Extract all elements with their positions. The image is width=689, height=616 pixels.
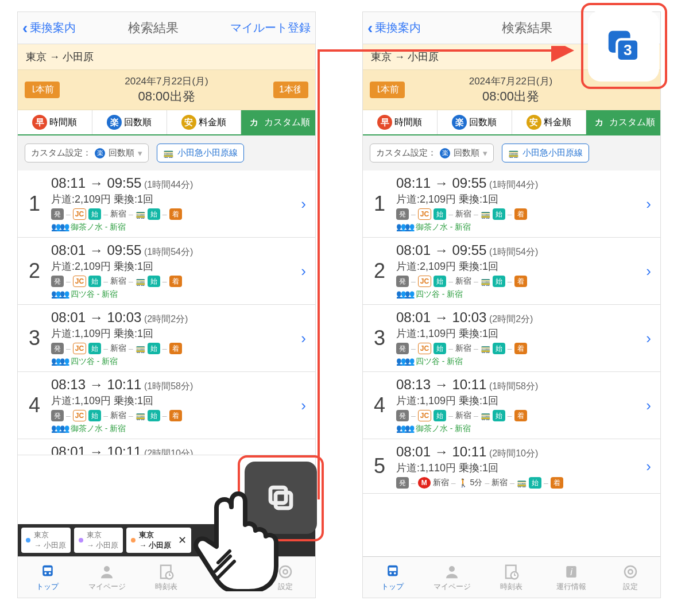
back-button[interactable]: ‹乗換案内	[367, 19, 421, 37]
svg-point-10	[389, 572, 392, 574]
sort-time[interactable]: 早時間順	[363, 110, 438, 134]
date-center: 2024年7月22日(月) 08:00出発	[125, 75, 208, 105]
back-button[interactable]: ‹乗換案内	[22, 19, 76, 37]
sort-time[interactable]: 早時間順	[18, 110, 92, 134]
info-icon: i	[563, 563, 580, 580]
result-row[interactable]: 2 08:01 → 09:55 (1時間54分)片道:2,109円 乗換:1回発…	[363, 238, 660, 305]
result-row[interactable]: 4 08:13 → 10:11 (1時間58分)片道:1,109円 乗換:1回発…	[363, 372, 660, 439]
metro-icon: M	[418, 477, 431, 489]
svg-rect-3	[44, 567, 52, 571]
result-row[interactable]: 1 08:11 → 09:55 (1時間44分)片道:2,109円 乗換:1回発…	[363, 171, 660, 238]
navbar: ‹乗換案内 検索結果 マイルート登録	[18, 12, 315, 44]
sort-custom[interactable]: カカスタム順	[586, 110, 660, 134]
dot-icon	[79, 538, 83, 543]
svg-point-8	[283, 569, 288, 574]
date-text: 2024年7月22日(月)	[125, 75, 208, 88]
svg-text:3: 3	[624, 41, 632, 59]
sort-transfer[interactable]: 楽回数順	[92, 110, 167, 134]
cheap-icon: 安	[181, 115, 196, 130]
tab-top[interactable]: トップ	[363, 557, 423, 598]
prev-train-button[interactable]: 1本前	[25, 82, 60, 98]
time-text: 08:00出発	[125, 88, 208, 105]
tab-mypage[interactable]: マイページ	[423, 557, 482, 598]
sort-fare[interactable]: 安料金順	[167, 110, 242, 134]
walk-icon: 🚶	[458, 478, 468, 487]
date-bar: 1本前 2024年7月22日(月) 08:00出発 1本後	[18, 70, 315, 110]
svg-point-11	[394, 572, 396, 574]
crowd-icon: 👥👥	[51, 222, 68, 231]
custom-icon: カ	[247, 115, 262, 130]
chevron-left-icon: ‹	[22, 19, 28, 37]
svg-point-19	[628, 569, 633, 574]
train-tab-icon	[39, 563, 56, 580]
sort-custom[interactable]: カカスタム順	[241, 110, 315, 134]
phone-right: ‹乗換案内 検索結果 マイ 東京 → 小田原 1本前 2024年7月22日(月)…	[362, 11, 661, 598]
tab-mypage[interactable]: マイページ	[78, 557, 137, 598]
prev-train-button[interactable]: 1本前	[370, 82, 405, 98]
timetable-icon	[158, 563, 175, 580]
history-tab-active[interactable]: 東京→ 小田原✕	[126, 528, 191, 553]
results-list: 1 08:11 → 09:55 (1時間44分) 片道:2,109円 乗換:1回…	[18, 171, 315, 455]
svg-point-13	[449, 566, 455, 572]
filter-bar: カスタム設定：楽回数順▾ 🚃小田急小田原線	[18, 135, 315, 171]
result-row[interactable]: 1 08:11 → 09:55 (1時間44分) 片道:2,109円 乗換:1回…	[18, 171, 315, 238]
svg-point-18	[625, 566, 636, 578]
windows-badge[interactable]: 3	[588, 10, 659, 82]
page-title: 検索結果	[128, 20, 179, 37]
svg-point-7	[280, 566, 291, 578]
line-chip[interactable]: 🚃小田急小田原線	[502, 144, 589, 162]
back-label: 乗換案内	[30, 20, 76, 36]
easy-mini-icon: 楽	[95, 148, 105, 158]
result-row[interactable]: 3 08:01 → 10:03 (2時間2分) 片道:1,109円 乗換:1回 …	[18, 305, 315, 372]
dot-icon	[26, 538, 30, 543]
page-title: 検索結果	[502, 20, 552, 37]
tab-info[interactable]: i運行情報	[541, 557, 601, 598]
result-row[interactable]: 4 08:13 → 10:11 (1時間58分) 片道:1,109円 乗換:1回…	[18, 372, 315, 439]
line-chip[interactable]: 🚃小田急小田原線	[157, 144, 244, 162]
route-segments: 発–JC始–新宿–🚃始–着	[51, 208, 295, 220]
dot-icon	[131, 538, 136, 543]
copy-badge-icon: 3	[603, 26, 644, 66]
history-tab[interactable]: 東京→ 小田原	[21, 528, 71, 553]
result-row[interactable]: 08:01 → 10:11 (2時間10分)	[18, 439, 315, 455]
next-train-button[interactable]: 1本後	[273, 82, 308, 98]
result-row[interactable]: 2 08:01 → 09:55 (1時間54分) 片道:2,109円 乗換:1回…	[18, 238, 315, 305]
history-tab[interactable]: 東京→ 小田原	[74, 528, 123, 553]
user-icon	[98, 563, 115, 580]
result-row[interactable]: 5 08:01 → 10:11 (2時間10分)片道:1,110円 乗換:1回発…	[363, 439, 660, 494]
route-summary: 東京 → 小田原	[18, 44, 315, 70]
svg-point-2	[49, 572, 51, 574]
svg-point-4	[104, 566, 110, 572]
train-icon: 🚃	[136, 210, 145, 219]
sort-bar: 早時間順 楽回数順 安料金順 カカスタム順	[18, 110, 315, 135]
svg-rect-12	[389, 567, 397, 571]
fast-icon: 早	[32, 115, 47, 130]
tab-timetable[interactable]: 時刻表	[482, 557, 541, 598]
result-row[interactable]: 3 08:01 → 10:03 (2時間2分)片道:1,109円 乗換:1回発–…	[363, 305, 660, 372]
sort-fare[interactable]: 安料金順	[512, 110, 587, 134]
result-index: 1	[18, 192, 51, 216]
train-icon: 🚃	[163, 148, 174, 158]
svg-point-1	[44, 572, 47, 574]
tab-settings[interactable]: 設定	[601, 557, 660, 598]
tab-top[interactable]: トップ	[18, 557, 78, 598]
hand-cursor-icon	[184, 482, 281, 591]
custom-setting-chip[interactable]: カスタム設定：楽回数順▾	[25, 144, 149, 162]
easy-icon: 楽	[107, 115, 122, 130]
chevron-right-icon: ›	[295, 195, 312, 213]
sort-transfer[interactable]: 楽回数順	[438, 110, 512, 134]
myroute-button[interactable]: マイルート登録	[230, 20, 311, 36]
custom-setting-chip[interactable]: カスタム設定：楽回数順▾	[370, 144, 494, 162]
svg-text:i: i	[570, 567, 572, 577]
